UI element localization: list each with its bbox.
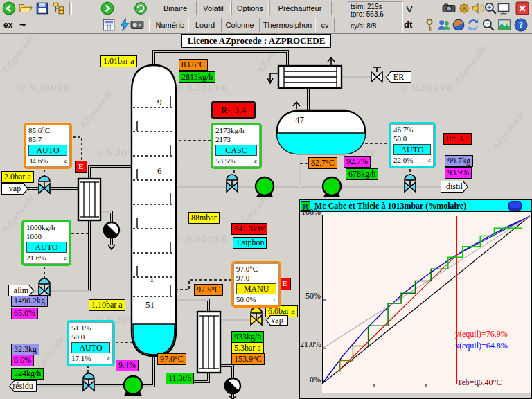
- refresh-globe-icon[interactable]: [134, 1, 148, 15]
- residu-pump[interactable]: [124, 376, 142, 395]
- reflux-pump[interactable]: [256, 177, 274, 196]
- composition-sump-label: 9.4%: [116, 360, 139, 371]
- pressure-top-label: 1.01bar a: [100, 55, 137, 67]
- thermosiphon-reboiler[interactable]: [197, 312, 220, 373]
- distillate-pump[interactable]: [323, 177, 341, 196]
- pv: 46.7%: [393, 125, 431, 134]
- tag-residu[interactable]: résidu: [9, 380, 37, 392]
- film-icon[interactable]: [130, 18, 144, 32]
- camera-icon[interactable]: [442, 1, 456, 15]
- y-axis-label: 21.0%: [300, 339, 321, 350]
- calculator-icon[interactable]: [102, 18, 116, 32]
- reflux-ratio-label[interactable]: R= 3.4: [211, 101, 256, 119]
- tag-vap-right[interactable]: vap: [266, 315, 288, 326]
- mode-badge[interactable]: AUTO: [71, 342, 110, 353]
- menu-colonne[interactable]: Colonne: [220, 18, 260, 32]
- help-icon[interactable]: ?: [514, 18, 528, 32]
- ex-label[interactable]: ex: [3, 20, 12, 30]
- key-icon[interactable]: [423, 18, 436, 32]
- composition-feed-label: 65.0%: [11, 308, 38, 319]
- distillation-column[interactable]: [132, 65, 176, 356]
- thermosiphon-label[interactable]: T.siphon: [233, 237, 267, 249]
- gear-icon[interactable]: [457, 1, 471, 15]
- tpro-value: tpro: 563.6: [351, 10, 400, 18]
- tag-vap-left[interactable]: vap: [1, 183, 28, 195]
- toolbar: Binaire Volatil Options Préchauffeur tsi…: [0, 0, 532, 34]
- tag-er[interactable]: ER: [386, 71, 411, 83]
- preheat-temp-controller[interactable]: 85.6°C 85.7 AUTO 34.6%c: [24, 123, 72, 169]
- menu-lourd[interactable]: Lourd: [188, 18, 222, 32]
- output: 53.5%c: [215, 157, 257, 166]
- mode-badge[interactable]: AUTO: [28, 145, 67, 156]
- forward-icon[interactable]: [100, 1, 114, 15]
- image-icon[interactable]: [497, 18, 511, 32]
- preheater-exchanger[interactable]: [78, 179, 100, 220]
- reflux-flow-controller[interactable]: 2173kg/h 2173 CASC 53.5%c: [211, 123, 262, 169]
- open-folder-icon[interactable]: [19, 1, 33, 15]
- mccabe-thiele-window: R Mc Cabe et Thiele à 1013mbar (%molaire…: [299, 200, 532, 399]
- pressure-steam2-label: 5.3bar a: [231, 342, 264, 354]
- sync-icon[interactable]: [466, 18, 480, 32]
- drum-level-controller[interactable]: 46.7% 50.0 AUTO 22.0%c: [389, 122, 436, 168]
- composition-drum-label: 92.7%: [344, 156, 371, 168]
- speaker-icon[interactable]: [471, 1, 485, 15]
- reflux-valve[interactable]: [227, 175, 238, 192]
- mode-badge[interactable]: MANU: [236, 283, 276, 294]
- users-icon[interactable]: [437, 18, 451, 32]
- menu-binaire[interactable]: Binaire: [154, 1, 197, 15]
- reboiler-temp-controller[interactable]: 97.0°C 97.0 MANU 50.0%c: [231, 261, 281, 308]
- lightning-icon[interactable]: [118, 18, 132, 32]
- back-icon[interactable]: [2, 1, 16, 15]
- cycles-value: cy/s: 8/8: [351, 22, 400, 30]
- menu-prechauffeur[interactable]: Préchauffeur: [268, 1, 332, 15]
- preheater-condensate-pump[interactable]: [104, 222, 119, 249]
- menu-volatil[interactable]: Volatil: [195, 1, 232, 15]
- x-equil-annotation: x(equil)=64.8%: [455, 341, 508, 351]
- zoom-out-icon[interactable]: [481, 18, 495, 32]
- dt-label[interactable]: dt: [404, 19, 412, 30]
- temp-steam-label: 153.9°C: [231, 353, 265, 365]
- mode-badge[interactable]: CASC: [215, 145, 257, 156]
- license-banner: Licence AZprocede : AZPROCEDE: [181, 34, 331, 48]
- residu-valve[interactable]: [83, 373, 94, 391]
- feed-flow-controller[interactable]: 1000kg/h 1000 AUTO 21.6%c: [21, 220, 71, 266]
- tray-number-top: 9: [157, 97, 162, 107]
- menu-numeric[interactable]: Numéric: [149, 18, 190, 32]
- mass-distillate-label: 99.7kg: [445, 155, 473, 167]
- close-icon[interactable]: [515, 1, 529, 15]
- mode-badge[interactable]: AUTO: [393, 144, 431, 155]
- browser-globe-icon[interactable]: [452, 18, 466, 32]
- reflux-drum[interactable]: [277, 102, 365, 154]
- preheater-e-badge[interactable]: E: [75, 161, 87, 173]
- tilde-label[interactable]: ~: [19, 19, 26, 31]
- pv: 51.1%: [71, 323, 110, 332]
- reflux-ratio2-label[interactable]: R= 3.2: [443, 133, 472, 145]
- v-label[interactable]: V: [406, 3, 413, 15]
- tsim-value: tsim: 219s: [351, 3, 400, 10]
- series-stairs-upper: [448, 228, 522, 269]
- er-valve[interactable]: [371, 67, 382, 82]
- condenser[interactable]: [267, 57, 342, 88]
- distil-valve[interactable]: [405, 175, 416, 192]
- save-icon[interactable]: [35, 1, 49, 15]
- alim-valve[interactable]: [39, 278, 50, 296]
- sump-level-controller[interactable]: 51.1% 50.0 AUTO 17.1%c: [66, 320, 115, 366]
- menu-options[interactable]: Options: [230, 1, 270, 15]
- mode-badge[interactable]: AUTO: [26, 242, 66, 253]
- series-stairs-middle: [369, 269, 448, 346]
- output: 22.0%c: [393, 156, 431, 165]
- tree-view-icon[interactable]: [52, 1, 66, 15]
- minimize-button[interactable]: [508, 201, 522, 211]
- menu-thermosiphon[interactable]: Thermosiphon: [258, 18, 317, 32]
- tag-distil[interactable]: distil: [441, 181, 468, 193]
- vap-left-valve[interactable]: [39, 176, 50, 193]
- menu-cv[interactable]: cv: [315, 18, 335, 32]
- tag-alim[interactable]: alim: [8, 285, 34, 296]
- chart-titlebar[interactable]: R Mc Cabe et Thiele à 1013mbar (%molaire…: [300, 200, 531, 212]
- zoom-in-icon[interactable]: [484, 1, 497, 15]
- presentation-icon[interactable]: [497, 1, 511, 15]
- simulation-status: tsim: 219s tpro: 563.6 cy/s: 8/8: [348, 1, 403, 33]
- output: 50.0%c: [236, 295, 276, 304]
- steam-valve[interactable]: [251, 308, 262, 325]
- mccabe-thiele-plot: [322, 212, 532, 388]
